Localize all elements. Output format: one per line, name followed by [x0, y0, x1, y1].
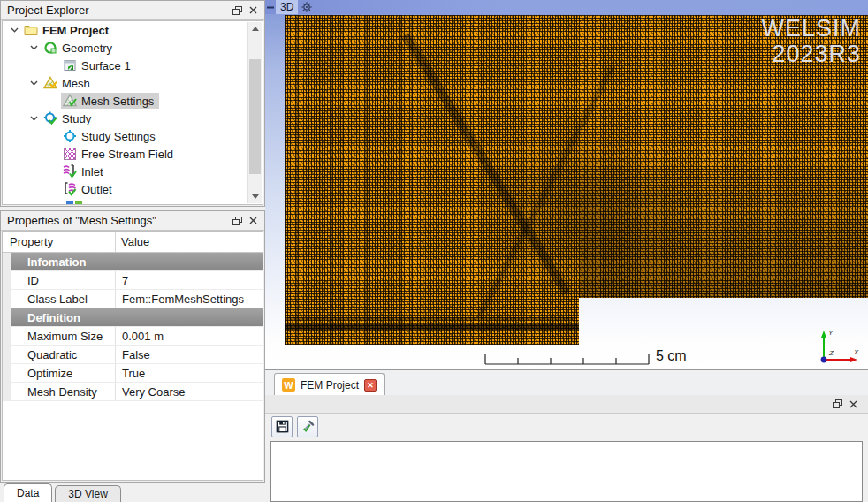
mesh-refinement-region [461, 121, 691, 307]
chevron-down-icon[interactable] [26, 45, 42, 50]
close-panel-icon[interactable] [245, 4, 261, 18]
viewport-collapse-icon[interactable] [265, 0, 276, 14]
mesh-refinement-region [579, 139, 868, 298]
viewport-settings-icon[interactable] [298, 0, 316, 14]
chevron-down-icon[interactable] [6, 27, 22, 33]
property-row-maximum-size[interactable]: Maximum Size0.001 m [3, 327, 263, 346]
tree-item-label: Study Settings [81, 130, 156, 143]
float-panel-icon[interactable] [229, 214, 245, 228]
tree-item-partial[interactable] [66, 201, 93, 204]
study-icon [43, 111, 57, 126]
row-strip [3, 364, 11, 382]
tree-item-label: Geometry [62, 42, 112, 55]
viewport-3d[interactable]: 3D WELSIM 2023R3 [265, 0, 868, 369]
left-bottom-tabbar: Data 3D View [0, 483, 265, 502]
property-value[interactable]: True [116, 364, 263, 382]
partial-icon-fragment [66, 201, 73, 204]
tab-fem-project[interactable]: W FEM Project ✕ [274, 373, 385, 396]
scroll-down-icon[interactable] [248, 190, 263, 203]
tree-item-mesh-settings[interactable]: Mesh Settings [3, 92, 263, 110]
property-name: Mesh Density [11, 383, 116, 400]
output-text-area[interactable] [270, 441, 863, 502]
close-panel-icon[interactable] [845, 397, 861, 411]
section-header-definition: Definition [3, 308, 263, 327]
scale-bar [484, 352, 651, 366]
property-name: Class Label [11, 290, 116, 308]
property-value[interactable]: 7 [116, 271, 263, 289]
tree-item-outlet[interactable]: Outlet [3, 180, 263, 198]
mesh-boundary-layer [285, 323, 579, 331]
tree-item-label: Study [62, 112, 91, 126]
tab-data[interactable]: Data [4, 483, 52, 502]
property-name: Quadratic [11, 346, 116, 363]
chevron-down-icon[interactable] [26, 116, 42, 121]
brush-check-icon [301, 420, 315, 433]
output-toolbar [265, 414, 868, 439]
mesh-boundary-layer [288, 317, 575, 320]
float-panel-icon[interactable] [229, 4, 245, 18]
property-row-id[interactable]: ID7 [3, 271, 263, 290]
outlet-icon [63, 182, 77, 196]
tab-3d-view[interactable]: 3D View [55, 485, 120, 502]
left-pane: Project Explorer FEM ProjectGeometrySurf… [0, 0, 265, 502]
project-explorer-panel: Project Explorer FEM ProjectGeometrySurf… [0, 0, 265, 207]
axis-x-label: X [853, 348, 859, 356]
tab-close-icon[interactable]: ✕ [364, 379, 377, 392]
tab-data-label: Data [17, 487, 39, 499]
property-row-class-label[interactable]: Class LabelFem::FemMeshSettings [3, 290, 263, 308]
tree-item-label: Surface 1 [81, 59, 131, 72]
viewport-label: 3D [276, 0, 298, 14]
scrollbar-thumb[interactable] [249, 59, 261, 174]
save-icon [276, 420, 289, 433]
row-strip [3, 383, 11, 400]
property-row-quadratic[interactable]: QuadraticFalse [3, 346, 263, 364]
clear-button[interactable] [297, 416, 318, 437]
property-value[interactable]: 0.001 m [116, 327, 263, 345]
project-explorer-titlebar: Project Explorer [1, 1, 264, 20]
save-button[interactable] [271, 416, 293, 437]
property-value[interactable]: Fem::FemMeshSettings [116, 290, 263, 308]
project-explorer-title: Project Explorer [7, 4, 229, 17]
study-settings-icon [63, 129, 77, 143]
property-row-mesh-density[interactable]: Mesh DensityVery Coarse [3, 383, 263, 401]
mesh-refinement-bands [285, 15, 430, 345]
tree-item-fem-project[interactable]: FEM Project [3, 21, 263, 39]
tree-item-label: Mesh [62, 77, 90, 90]
mesh-icon [43, 76, 57, 90]
property-row-optimize[interactable]: OptimizeTrue [3, 364, 263, 383]
tab-3d-view-label: 3D View [68, 488, 107, 500]
column-header-value: Value [116, 235, 263, 248]
scroll-up-icon[interactable] [248, 22, 263, 35]
project-tree: FEM ProjectGeometrySurface 1MeshMesh Set… [2, 20, 263, 205]
property-name: Optimize [11, 364, 116, 382]
tree-item-inlet[interactable]: Inlet [3, 163, 263, 180]
tree-item-geometry[interactable]: Geometry [3, 39, 263, 57]
tree-item-label: Inlet [81, 165, 103, 179]
chevron-down-icon[interactable] [26, 80, 42, 86]
tree-item-free-stream-field[interactable]: Free Stream Field [3, 145, 263, 163]
partial-icon-fragment [75, 201, 82, 204]
watermark-line1: WELSIM [761, 16, 861, 42]
tree-item-surface-1[interactable]: Surface 1 [3, 57, 263, 74]
output-panel-titlebar [265, 395, 868, 414]
row-strip [3, 308, 11, 326]
properties-table: Property Value InfomationID7Class LabelF… [2, 231, 263, 481]
tree-item-mesh[interactable]: Mesh [3, 74, 263, 92]
welsim-watermark: WELSIM 2023R3 [761, 16, 861, 67]
axis-z-label: Z [828, 349, 834, 357]
float-panel-icon[interactable] [829, 397, 845, 411]
section-label: Definition [11, 308, 263, 326]
watermark-line2: 2023R3 [761, 42, 861, 67]
surface-icon [63, 58, 77, 72]
property-value[interactable]: Very Coarse [116, 383, 263, 400]
close-panel-icon[interactable] [245, 214, 261, 228]
properties-title: Properties of "Mesh Settings" [7, 214, 229, 227]
tree-item-label: Free Stream Field [81, 148, 173, 161]
property-value[interactable]: False [116, 346, 263, 363]
row-strip [3, 290, 11, 308]
folder-icon [24, 23, 38, 37]
free-stream-field-icon [63, 147, 77, 161]
tree-item-study[interactable]: Study [3, 110, 263, 127]
tree-scrollbar[interactable] [247, 22, 262, 203]
tree-item-study-settings[interactable]: Study Settings [3, 127, 263, 145]
